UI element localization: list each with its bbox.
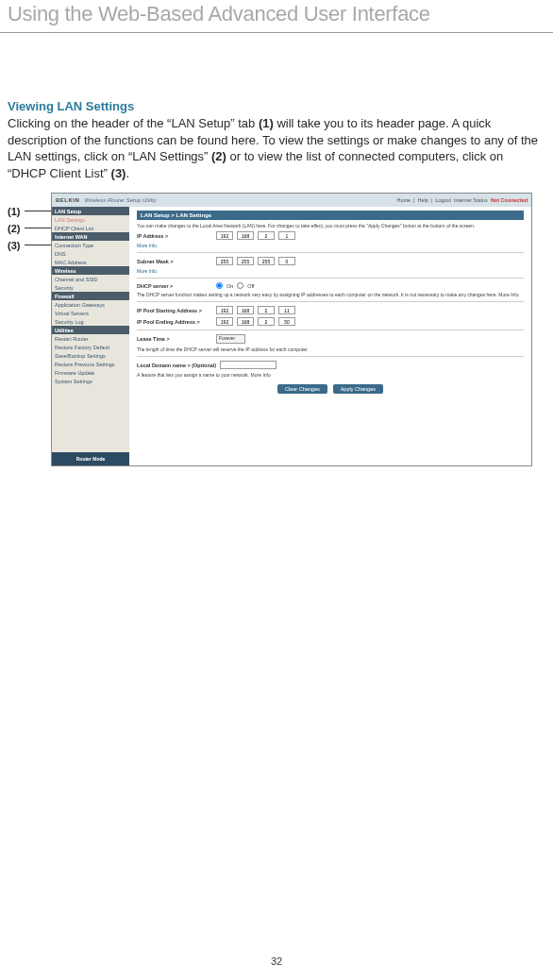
topnav-logout[interactable]: Logout [435,197,451,203]
pool-end-1[interactable] [216,317,233,326]
sidebar-item-channel-ssid[interactable]: Channel and SSID [52,275,129,283]
apply-changes-button[interactable]: Apply Changes [333,384,383,394]
ip-octet-2[interactable] [237,231,254,240]
brand-logo: BELKIN [56,197,79,203]
pool-start-3[interactable] [258,306,275,314]
pool-start-2[interactable] [237,306,254,314]
callout-ref-1: (1) [259,116,274,130]
utility-title: Wireless Router Setup Utility [84,197,156,203]
pool-start-4[interactable] [278,306,295,314]
text-fragment: Clicking on the header of the “LAN Setup… [8,116,259,130]
more-info-link[interactable]: More Info [137,268,524,274]
ip-octet-4[interactable] [278,231,295,240]
router-main-panel: LAN Setup > LAN Settings You can make ch… [129,207,531,465]
body-paragraph: Clicking on the header of the “LAN Setup… [8,115,544,181]
sidebar-cat-firewall[interactable]: Firewall [52,292,129,300]
sidebar-item-restore-prev[interactable]: Restore Previous Settings [52,360,129,368]
sidebar-item-app-gateways[interactable]: Application Gateways [52,300,129,309]
pool-end-4[interactable] [278,317,295,326]
domain-description: A feature that lets you assign a name to… [137,372,524,378]
subnet-label: Subnet Mask > [137,259,212,264]
sidebar-item-security-log[interactable]: Security Log [52,317,129,326]
clear-changes-button[interactable]: Clear Changes [277,384,327,394]
sidebar-item-virtual-servers[interactable]: Virtual Servers [52,309,129,317]
router-topbar: BELKIN Wireless Router Setup Utility Hom… [52,194,531,207]
figure-with-callouts: (1) (2) (3) BELKIN Wireless Router Setup… [8,193,544,466]
more-info-link[interactable]: More Info [137,243,524,248]
page-number: 32 [0,955,553,967]
sidebar-item-restore-default[interactable]: Restore Factory Default [52,343,129,351]
callout-label-3: (3) [8,240,20,251]
pool-start-1[interactable] [216,306,233,314]
dhcp-off-radio[interactable] [237,282,243,289]
pool-start-label: IP Pool Starting Address > [137,308,212,313]
callout-label-2: (2) [8,223,20,234]
sidebar-item-lan-settings[interactable]: LAN Settings [52,215,129,224]
text-fragment: . [126,166,129,180]
sidebar-item-connection-type[interactable]: Connection Type [52,241,129,249]
sidebar-item-mac[interactable]: MAC Address [52,258,129,266]
sidebar-cat-wireless[interactable]: Wireless [52,266,129,275]
topnav: Home| Help| Logout Internet Status Not C… [396,197,528,203]
lease-label: Lease Time > [137,336,212,342]
topnav-status-label: Internet Status [454,197,488,203]
callout-line-1 [25,211,51,211]
dhcp-on-radio[interactable] [216,282,223,289]
sidebar-cat-lan[interactable]: LAN Setup [52,207,129,215]
router-screenshot: BELKIN Wireless Router Setup Utility Hom… [51,193,532,466]
dhcp-label: DHCP server > [137,283,212,289]
sidebar-router-mode: Router Mode [52,452,129,465]
pool-end-2[interactable] [237,317,254,326]
domain-label: Local Domain name > (Optional) [137,363,216,368]
panel-intro: You can make changes to the Local Area N… [137,223,524,228]
dhcp-off-text: Off [247,283,254,289]
panel-header: LAN Setup > LAN Settings [137,211,524,220]
topnav-home[interactable]: Home [396,197,411,203]
sidebar-item-security[interactable]: Security [52,283,129,292]
page-title: Using the Web-Based Advanced User Interf… [0,0,553,33]
ip-octet-1[interactable] [216,231,233,240]
sidebar-item-restart[interactable]: Restart Router [52,334,129,343]
sidebar-cat-utilities[interactable]: Utilities [52,326,129,334]
section-heading: Viewing LAN Settings [8,99,544,113]
callout-ref-3: (3) [111,166,126,180]
sidebar-item-dns[interactable]: DNS [52,249,129,258]
callout-label-1: (1) [8,206,20,217]
pool-end-3[interactable] [258,317,275,326]
callout-line-3 [25,245,51,245]
ip-octet-3[interactable] [258,231,275,240]
domain-input[interactable] [220,361,276,369]
sidebar-item-firmware[interactable]: Firmware Update [52,368,129,377]
subnet-octet-4[interactable] [278,257,295,265]
subnet-octet-3[interactable] [258,257,275,265]
lease-description: The length of time the DHCP server will … [137,346,524,352]
topnav-status-value: Not Connected [491,197,528,203]
sidebar-item-save-backup[interactable]: Save/Backup Settings [52,351,129,360]
pool-end-label: IP Pool Ending Address > [137,319,212,325]
callout-line-2 [25,228,51,228]
dhcp-on-text: On [226,283,233,289]
ip-address-label: IP Address > [137,233,212,239]
sidebar-cat-wan[interactable]: Internet WAN [52,232,129,241]
topnav-help[interactable]: Help [418,197,428,203]
callout-ref-2: (2) [211,149,226,163]
lease-select[interactable]: Forever [216,334,245,344]
subnet-octet-2[interactable] [237,257,254,265]
sidebar-item-dhcp-client-list[interactable]: DHCP Client List [52,224,129,232]
sidebar-item-system[interactable]: System Settings [52,377,129,385]
subnet-octet-1[interactable] [216,257,233,265]
dhcp-description: The DHCP server function makes setting u… [137,292,524,297]
router-sidebar: LAN Setup LAN Settings DHCP Client List … [52,207,129,465]
